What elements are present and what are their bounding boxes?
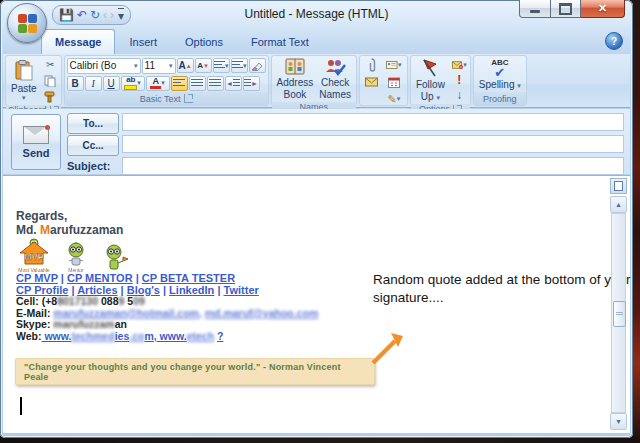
copy-icon	[44, 75, 56, 87]
contact-block: Cell: (+88017130 0889 509 E-Mail: marufu…	[16, 296, 318, 342]
signature-badges: MVP Most Valuable Mentor	[16, 238, 130, 273]
paste-dropdown-icon[interactable]: ▾	[22, 95, 26, 101]
spelling-button[interactable]: ABC ✔ Spelling ▾	[476, 58, 524, 91]
permission-icon	[452, 60, 463, 70]
attach-item-icon	[365, 77, 379, 87]
vertical-scrollbar: ▲ ▼	[610, 178, 627, 430]
send-button[interactable]: Send	[11, 114, 61, 170]
signature-greeting: Regards, Md. Marufuzzaman	[16, 209, 123, 237]
to-input[interactable]	[122, 113, 624, 131]
subject-label: Subject:	[67, 160, 110, 172]
mentor-bot-icon	[63, 242, 89, 268]
cc-input[interactable]	[122, 135, 624, 153]
proofing-caption: Proofing	[483, 94, 517, 104]
italic-button[interactable]: I	[85, 76, 102, 91]
underline-button[interactable]: U	[103, 76, 120, 91]
low-importance-button[interactable]: ↓	[451, 88, 468, 103]
shrink-font-button[interactable]: A▼	[195, 58, 212, 73]
signature-button[interactable]: ✎ ▾	[385, 92, 402, 107]
font-color-button[interactable]: A ▾	[146, 76, 170, 91]
link-cp-beta-tester[interactable]: CP BETA TESTER	[142, 272, 235, 284]
basic-text-caption: Basic Text	[140, 94, 181, 104]
check-names-button[interactable]: CheckNames	[316, 57, 354, 101]
clear-formatting-button[interactable]	[249, 58, 266, 73]
attach-file-button[interactable]	[363, 58, 380, 73]
cut-button[interactable]: ✂	[42, 57, 59, 72]
permission-button[interactable]: ▾	[451, 58, 468, 73]
scrollbar-thumb[interactable]	[613, 301, 626, 327]
high-importance-button[interactable]: !	[451, 73, 468, 88]
address-book-button[interactable]: AddressBook	[274, 57, 317, 101]
office-button[interactable]	[7, 3, 47, 43]
increase-indent-button[interactable]: ►	[243, 76, 260, 91]
minimize-button[interactable]	[519, 0, 551, 18]
follow-up-button[interactable]: Follow Up ▾	[413, 57, 448, 103]
align-right-button[interactable]	[207, 76, 224, 91]
grow-font-button[interactable]: A▲	[177, 58, 194, 73]
send-label: Send	[23, 147, 50, 159]
copy-button[interactable]	[42, 73, 59, 88]
office-logo-icon	[18, 14, 37, 33]
help-icon[interactable]: ?	[605, 32, 623, 50]
clipboard-icon	[14, 60, 34, 82]
maximize-button[interactable]	[551, 0, 581, 18]
scroll-up-button[interactable]: ▲	[610, 196, 627, 213]
cc-button[interactable]: Cc...	[67, 135, 119, 156]
decrease-indent-button[interactable]: ◄	[225, 76, 242, 91]
numbering-button[interactable]: ▾	[231, 58, 248, 73]
attach-item-button[interactable]	[363, 75, 380, 90]
group-clipboard: Paste ▾ ✂	[5, 55, 62, 106]
tab-options[interactable]: Options	[171, 29, 237, 54]
link-cp-mvp[interactable]: CP MVP	[16, 272, 58, 284]
follow-up-flag-icon	[420, 58, 440, 78]
scrollbar-track[interactable]	[611, 213, 626, 413]
group-names: AddressBook CheckNames Names	[271, 55, 357, 106]
signature-quote-text: "Change your thoughts and you change you…	[24, 362, 366, 382]
to-button[interactable]: To...	[67, 113, 119, 134]
close-button[interactable]: ✕	[581, 0, 625, 18]
calendar-icon	[388, 77, 400, 88]
format-painter-button[interactable]	[42, 89, 59, 104]
link-linkedin[interactable]: LinkedIn	[169, 284, 214, 296]
basic-text-dialog-launcher-icon[interactable]	[184, 94, 193, 103]
group-options: Follow Up ▾ ▾ ! ↓	[410, 55, 471, 106]
signature-pen-icon: ✎	[388, 93, 397, 106]
bold-button[interactable]: B	[67, 76, 84, 91]
cp-links-row: CP MVP | CP MENTOR | CP BETA TESTER	[16, 272, 235, 284]
annotation-arrow-icon	[367, 331, 407, 367]
group-basic-text: Calibri (Bo▾ 11▾ A▲ A▼ ▾ ▾	[64, 55, 269, 106]
font-family-combo[interactable]: Calibri (Bo▾	[67, 58, 141, 74]
highlight-button[interactable]: ab ▾	[121, 76, 145, 91]
tab-format-text[interactable]: Format Text	[237, 29, 323, 54]
business-card-button[interactable]: ▾	[385, 58, 402, 73]
cp-mentor-badge: Mentor	[61, 242, 91, 273]
bullets-button[interactable]: ▾	[213, 58, 230, 73]
tab-insert[interactable]: Insert	[115, 29, 171, 54]
spellcheck-icon: ✔	[494, 68, 505, 78]
subject-input[interactable]	[122, 157, 624, 175]
message-body[interactable]: Regards, Md. Marufuzzaman MVP Most Valua…	[3, 175, 630, 433]
text-cursor	[20, 397, 22, 415]
link-twitter[interactable]: Twitter	[224, 284, 259, 296]
annotation-text: Random quote added at the bottom of your…	[373, 271, 631, 307]
link-cp-mentor[interactable]: CP MENTOR	[67, 272, 133, 284]
business-card-icon	[386, 60, 397, 70]
compose-header: Send To... Cc... Subject:	[3, 109, 630, 174]
align-left-button[interactable]	[171, 76, 188, 91]
message-compose-window: 💾 ↶ ↻ ‹ › ▾ Untitled - Message (HTML) ✕ …	[0, 0, 633, 438]
svg-text:MVP: MVP	[24, 252, 44, 262]
paste-button[interactable]: Paste ▾	[8, 59, 40, 102]
cell-line: Cell: (+88017130 0889 509	[16, 296, 318, 308]
page-select-icon[interactable]	[610, 178, 627, 194]
window-controls: ✕	[519, 0, 625, 18]
align-center-button[interactable]	[189, 76, 206, 91]
calendar-button[interactable]	[385, 75, 402, 90]
scroll-down-button[interactable]: ▼	[610, 413, 627, 430]
cp-mvp-badge: MVP Most Valuable	[16, 238, 52, 273]
title-bar: 💾 ↶ ↻ ‹ › ▾ Untitled - Message (HTML) ✕	[0, 0, 633, 27]
beta-tester-bot-icon	[102, 244, 128, 273]
font-size-combo[interactable]: 11▾	[142, 58, 176, 74]
tab-message[interactable]: Message	[41, 29, 115, 54]
paste-label: Paste	[11, 83, 37, 94]
cp-beta-tester-badge	[100, 244, 130, 273]
